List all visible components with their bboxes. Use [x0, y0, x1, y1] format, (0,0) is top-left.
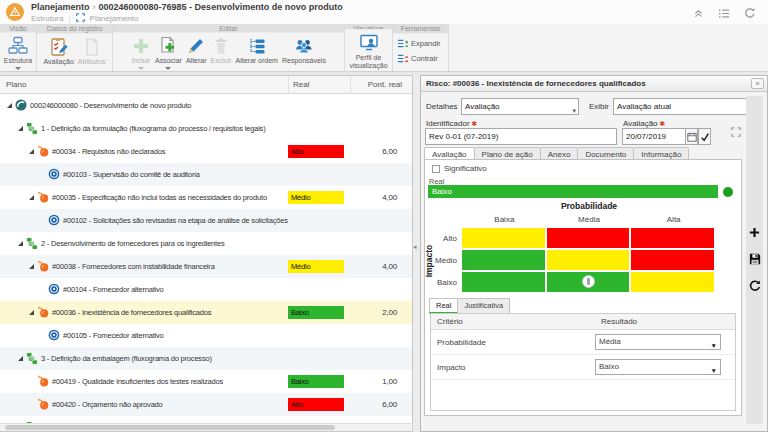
- tree-row[interactable]: #00035 - Especificação não inclui todas …: [0, 186, 412, 209]
- severity-badge: Alto: [288, 145, 344, 158]
- tree-row-label: 3 - Definição da embalagem (fluxograma d…: [41, 354, 212, 363]
- expand-caret-icon[interactable]: [7, 103, 12, 108]
- column-plano[interactable]: Plano: [0, 76, 288, 93]
- avaliacao-button[interactable]: Avaliação: [42, 36, 76, 67]
- matrix-cell[interactable]: [462, 250, 545, 270]
- column-pont-real[interactable]: Pont. real: [350, 76, 412, 93]
- tree-row[interactable]: #00103 - Supervisão do comitê de auditor…: [0, 163, 412, 186]
- subnav-planejamento[interactable]: Planejamento: [90, 14, 139, 23]
- avaliacao-date-input[interactable]: 20/07/2019: [622, 128, 686, 145]
- tree-row[interactable]: #00419 - Qualidade insuficientes dos tes…: [0, 370, 412, 393]
- probabilidade-select[interactable]: Média▼: [595, 334, 721, 350]
- list-view-icon[interactable]: [718, 5, 730, 23]
- splitter-collapse-icon[interactable]: ◂: [413, 243, 417, 251]
- risk-icon: [37, 260, 49, 272]
- refresh-icon[interactable]: [744, 5, 756, 23]
- identificador-input[interactable]: Rev 0-01 (07-2019): [425, 128, 617, 145]
- maximize-corners-icon[interactable]: [731, 123, 741, 141]
- tree-row-label: #00105 - Fornecedor alternativo: [63, 331, 164, 340]
- associar-button[interactable]: Associar: [153, 35, 184, 71]
- expand-caret-icon[interactable]: [29, 310, 34, 315]
- tree-row[interactable]: 2 - Desenvolvimento de fornecedores para…: [0, 232, 412, 255]
- responsaveis-button[interactable]: Responsáveis: [280, 35, 328, 66]
- matrix-row: Alto: [425, 228, 716, 248]
- reload-button[interactable]: [749, 278, 761, 296]
- calendar-icon: [687, 132, 697, 142]
- contrair-button[interactable]: Contrair: [397, 53, 438, 64]
- calendar-button[interactable]: [685, 128, 698, 145]
- alterar-ordem-button[interactable]: Alterar ordem: [234, 35, 280, 66]
- tree-row[interactable]: 3 - Definição da embalagem (fluxograma d…: [0, 347, 412, 370]
- matrix-cell[interactable]: [631, 272, 714, 292]
- horizontal-scrollbar[interactable]: [0, 423, 411, 431]
- perfil-visualizacao-button[interactable]: Perfil de visualização: [345, 32, 393, 71]
- select-value: Média: [599, 337, 621, 346]
- criteria-row: ImpactoBaixo▼: [431, 355, 735, 380]
- subnav-estrutura[interactable]: Estrutura: [31, 14, 63, 23]
- expand-caret-icon[interactable]: [29, 195, 34, 200]
- breadcrumb-app[interactable]: Planejamento: [31, 2, 90, 12]
- matrix-cell[interactable]: [462, 272, 545, 292]
- panel-collapse-button[interactable]: [751, 78, 764, 89]
- estrutura-button[interactable]: Estrutura: [2, 35, 34, 71]
- expandir-button[interactable]: Expandir: [397, 38, 441, 49]
- tree-row-label: #00103 - Supervisão do comitê de auditor…: [63, 170, 200, 179]
- expand-caret-icon[interactable]: [29, 264, 34, 269]
- tree-row[interactable]: #00034 - Requisitos não declaradosAlto6,…: [0, 140, 412, 163]
- clear-date-button[interactable]: [698, 128, 711, 145]
- real-cell: Alto: [288, 393, 350, 416]
- panel-splitter[interactable]: ◂: [413, 75, 420, 432]
- atributos-button: Atributos: [76, 36, 108, 67]
- tree-row[interactable]: #00104 - Fornecedor alternativo: [0, 278, 412, 301]
- tree-row[interactable]: 000246000080 - Desenvolvimento de novo p…: [0, 94, 412, 117]
- tree-row[interactable]: #00036 - Inexistência de fornecedores qu…: [0, 301, 412, 324]
- expand-caret-icon[interactable]: [18, 126, 23, 131]
- criteria-table: Critério Resultado ProbabilidadeMédia▼Im…: [430, 313, 736, 411]
- risk-matrix: AltoMédioBaixo: [425, 228, 716, 294]
- tree-row[interactable]: #00420 - Orçamento não aprovadoAlto6,00: [0, 393, 412, 416]
- matrix-cell[interactable]: [547, 228, 630, 248]
- select-value: Baixo: [599, 362, 619, 371]
- avaliacao-data-label: Avaliação: [623, 119, 665, 128]
- matrix-cell[interactable]: [631, 228, 714, 248]
- exibir-select[interactable]: Avaliação atual▾: [613, 98, 759, 115]
- matrix-cell[interactable]: [462, 228, 545, 248]
- tree-row[interactable]: 1 - Definição da formulação (fluxograma …: [0, 117, 412, 140]
- top-bar: Planejamento›000246000080-76985 - Desenv…: [0, 0, 768, 24]
- control-icon: [48, 329, 60, 341]
- alterar-button[interactable]: Alterar: [184, 35, 209, 66]
- tree-row[interactable]: #00102 - Solicitações são revisadas na e…: [0, 209, 412, 232]
- detalhes-select[interactable]: Avaliação▾: [461, 98, 579, 115]
- severity-badge: Alto: [288, 398, 344, 411]
- significativo-checkbox[interactable]: [432, 165, 440, 173]
- tree-row[interactable]: #00038 - Fornecedores com instabilidade …: [0, 255, 412, 278]
- add-button[interactable]: [749, 224, 760, 242]
- collapse-ribbon-icon[interactable]: [693, 5, 704, 23]
- matrix-cell[interactable]: [547, 272, 630, 292]
- risk-panel-title: Risco: #00036 - Inexistência de forneced…: [421, 76, 767, 92]
- matrix-cell[interactable]: [547, 250, 630, 270]
- impacto-select[interactable]: Baixo▼: [595, 359, 721, 375]
- structure-icon: [8, 36, 28, 56]
- matrix-cell[interactable]: [631, 250, 714, 270]
- expand-caret-icon[interactable]: [18, 356, 23, 361]
- real-cell: Médio: [288, 186, 350, 209]
- criterio-header: Critério: [431, 314, 595, 329]
- tree-row-name: 1 - Definição da formulação (fluxograma …: [0, 122, 288, 136]
- subtab-real[interactable]: Real: [429, 298, 458, 314]
- expand-caret-icon[interactable]: [29, 149, 34, 154]
- column-real[interactable]: Real: [288, 76, 350, 93]
- subtab-justificativa[interactable]: Justificativa: [458, 298, 510, 314]
- tree-row-label: #00420 - Orçamento não aprovado: [52, 400, 163, 409]
- tree-row[interactable]: #00105 - Fornecedor alternativo: [0, 324, 412, 347]
- tree-row-name: #00034 - Requisitos não declarados: [0, 145, 288, 159]
- tree-header: Plano Real Pont. real: [0, 76, 412, 94]
- severity-badge: Baixo: [288, 306, 344, 319]
- expand-caret-icon[interactable]: [18, 241, 23, 246]
- save-button[interactable]: [749, 251, 761, 269]
- tree-row-name: #00104 - Fornecedor alternativo: [0, 283, 288, 297]
- scrollbar-thumb[interactable]: [5, 425, 335, 430]
- risk-detail-panel: Risco: #00036 - Inexistência de forneced…: [420, 75, 768, 432]
- chevron-down-icon: ▼: [711, 364, 717, 378]
- tree-row-label: #00038 - Fornecedores com instabilidade …: [52, 262, 215, 271]
